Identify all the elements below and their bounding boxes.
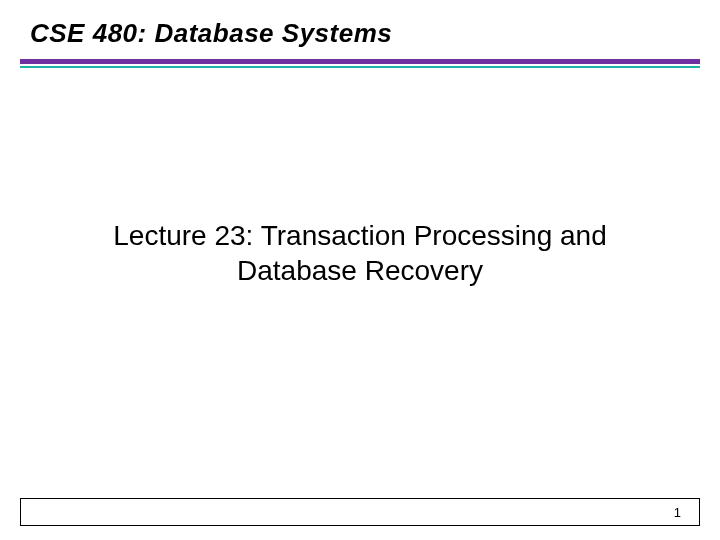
slide-header: CSE 480: Database Systems [0, 0, 720, 59]
slide-content: Lecture 23: Transaction Processing and D… [0, 68, 720, 288]
course-title: CSE 480: Database Systems [30, 18, 690, 49]
lecture-title: Lecture 23: Transaction Processing and D… [60, 218, 660, 288]
page-number: 1 [674, 505, 681, 520]
slide-footer: 1 [20, 498, 700, 526]
header-divider [20, 59, 700, 68]
divider-purple-line [20, 59, 700, 64]
